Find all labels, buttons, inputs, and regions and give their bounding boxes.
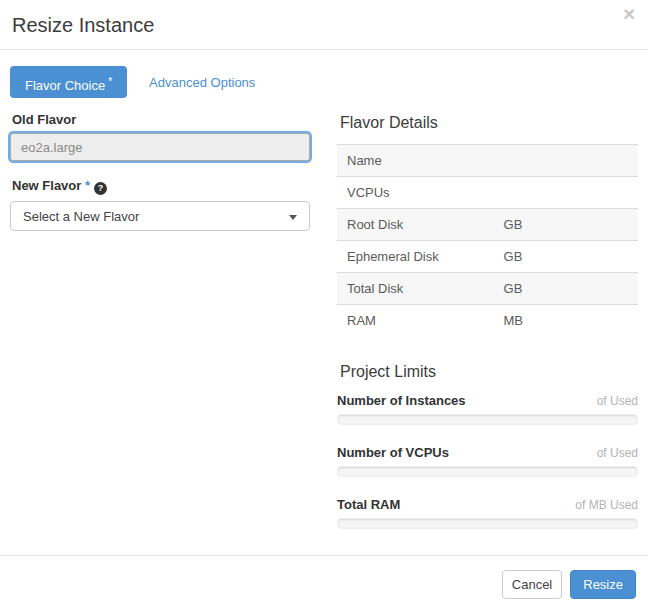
help-icon[interactable]: ? — [94, 182, 107, 195]
limit-usage: of MB Used — [575, 498, 638, 512]
tab-advanced-options[interactable]: Advanced Options — [149, 75, 255, 90]
flavor-details-heading: Flavor Details — [340, 114, 638, 132]
table-row: Name — [337, 145, 638, 177]
detail-value: GB — [494, 273, 638, 305]
modal-body: Flavor Choice* Advanced Options Old Flav… — [0, 50, 648, 549]
required-asterisk: * — [108, 76, 112, 87]
limit-item-vcpus: Number of VCPUs of Used — [337, 445, 638, 477]
project-limits-section: Project Limits Number of Instances of Us… — [337, 363, 638, 529]
required-asterisk: * — [85, 178, 90, 193]
modal-footer: Cancel Resize — [0, 555, 648, 599]
detail-label: Root Disk — [337, 209, 494, 241]
chevron-down-icon — [289, 215, 297, 220]
new-flavor-label: New Flavor *? — [12, 178, 310, 195]
limit-usage: of Used — [597, 446, 638, 460]
detail-value — [494, 145, 638, 177]
detail-value: GB — [494, 241, 638, 273]
old-flavor-label: Old Flavor — [12, 112, 310, 127]
detail-label: Total Disk — [337, 273, 494, 305]
tab-bar: Flavor Choice* Advanced Options — [10, 66, 638, 98]
table-row: RAM MB — [337, 305, 638, 337]
table-row: Total Disk GB — [337, 273, 638, 305]
resize-button[interactable]: Resize — [570, 570, 636, 599]
flavor-form: Old Flavor New Flavor *? Select a New Fl… — [10, 112, 310, 549]
detail-label: VCPUs — [337, 177, 494, 209]
detail-value — [494, 177, 638, 209]
detail-value: MB — [494, 305, 638, 337]
progress-bar-instances — [337, 414, 638, 425]
project-limits-heading: Project Limits — [340, 363, 638, 381]
flavor-details-table: Name VCPUs Root Disk GB Ephemeral Disk G… — [337, 144, 638, 336]
limit-label: Number of VCPUs — [337, 445, 449, 460]
modal-header: Resize Instance × — [0, 0, 648, 50]
tab-flavor-choice[interactable]: Flavor Choice* — [10, 66, 127, 98]
new-flavor-select[interactable]: Select a New Flavor — [10, 201, 310, 231]
table-row: Ephemeral Disk GB — [337, 241, 638, 273]
table-row: Root Disk GB — [337, 209, 638, 241]
cancel-button[interactable]: Cancel — [502, 570, 562, 599]
table-row: VCPUs — [337, 177, 638, 209]
tab-flavor-choice-label: Flavor Choice — [25, 78, 105, 93]
limit-label: Total RAM — [337, 497, 400, 512]
progress-bar-vcpus — [337, 466, 638, 477]
old-flavor-input[interactable] — [10, 133, 310, 161]
detail-label: RAM — [337, 305, 494, 337]
limit-item-instances: Number of Instances of Used — [337, 393, 638, 425]
page-title: Resize Instance — [12, 10, 633, 40]
limit-usage: of Used — [597, 394, 638, 408]
detail-label: Ephemeral Disk — [337, 241, 494, 273]
limit-label: Number of Instances — [337, 393, 466, 408]
limit-item-ram: Total RAM of MB Used — [337, 497, 638, 529]
new-flavor-selected-value: Select a New Flavor — [23, 209, 139, 224]
detail-label: Name — [337, 145, 494, 177]
detail-value: GB — [494, 209, 638, 241]
details-panel: Flavor Details Name VCPUs Root Disk GB — [337, 112, 638, 549]
close-icon[interactable]: × — [623, 4, 635, 24]
progress-bar-ram — [337, 518, 638, 529]
